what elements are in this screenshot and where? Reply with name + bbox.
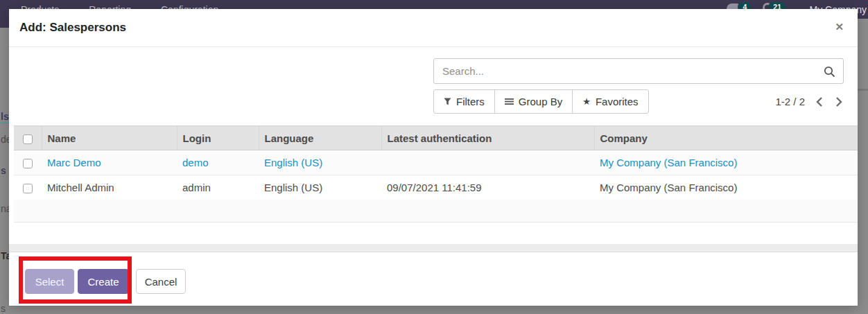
row-checkbox[interactable] [23, 159, 33, 168]
dialog-footer: Select Create Cancel [9, 253, 858, 306]
group-by-label: Group By [519, 96, 562, 107]
backdrop-right-detail [858, 89, 868, 91]
dialog-header: Add: Salespersons ✕ [9, 9, 858, 47]
background-fragment: s [1, 165, 6, 176]
backdrop-bottom [9, 306, 858, 314]
dialog-title: Add: Salespersons [19, 21, 126, 35]
table-row[interactable]: Marc Demo demo English (US) My Company (… [14, 150, 858, 175]
column-header-company[interactable]: Company [594, 126, 858, 150]
pager-range: 1-2 / 2 [775, 96, 805, 107]
close-icon[interactable]: ✕ [832, 19, 847, 35]
background-fragment: na [1, 203, 9, 214]
table-row[interactable]: Mitchell Admin admin English (US) 09/07/… [14, 175, 858, 200]
search-icon[interactable] [824, 66, 835, 80]
favorites-label: Favorites [596, 96, 639, 107]
filter-funnel-icon [444, 96, 451, 107]
cell-company[interactable]: My Company (San Francisco) [594, 150, 858, 175]
list-bottom-band [9, 244, 858, 252]
empty-row-band [14, 200, 858, 223]
pager-next-button[interactable] [834, 96, 844, 108]
background-fragment: de [1, 134, 9, 145]
cell-latest-authentication[interactable] [381, 150, 594, 175]
column-header-name[interactable]: Name [42, 126, 177, 150]
screen: Products Reporting Configuration 4 21 My… [0, 0, 868, 314]
filter-button-group: Filters Group By ★ Favorites [433, 89, 649, 114]
search-box [433, 58, 844, 84]
cell-language[interactable]: English (US) [259, 150, 381, 175]
favorites-button[interactable]: ★ Favorites [572, 89, 648, 114]
backdrop-right [858, 19, 868, 314]
background-text-fragments: lsdesnaTas [0, 0, 9, 314]
search-controls-row: Filters Group By ★ Favorites [433, 89, 844, 114]
search-input[interactable] [434, 59, 843, 83]
column-header-login[interactable]: Login [177, 126, 259, 150]
pager-previous-button[interactable] [815, 96, 824, 108]
cell-name[interactable]: Marc Demo [42, 150, 177, 175]
cell-latest-authentication[interactable]: 09/07/2021 11:41:59 [381, 175, 594, 200]
column-header-language[interactable]: Language [259, 126, 381, 150]
star-icon: ★ [582, 96, 591, 107]
row-checkbox[interactable] [23, 184, 33, 193]
create-button[interactable]: Create [78, 269, 129, 294]
add-salespersons-dialog: Add: Salespersons ✕ Filters [9, 9, 858, 306]
group-by-button[interactable]: Group By [494, 89, 573, 114]
select-all-checkbox[interactable] [23, 134, 33, 144]
background-fragment: s [1, 303, 6, 314]
filters-button[interactable]: Filters [433, 89, 495, 114]
column-header-latest-authentication[interactable]: Latest authentication [381, 126, 594, 150]
cell-name[interactable]: Mitchell Admin [42, 175, 177, 200]
salespersons-table: Name Login Language Latest authenticatio… [14, 125, 858, 200]
background-fragment: Ta [1, 250, 9, 261]
filters-label: Filters [456, 96, 485, 107]
background-fragment: ls [1, 111, 9, 123]
cell-login[interactable]: demo [177, 150, 259, 175]
cell-company[interactable]: My Company (San Francisco) [594, 175, 858, 200]
cancel-button[interactable]: Cancel [136, 269, 186, 294]
cell-login[interactable]: admin [177, 175, 259, 200]
group-by-icon [505, 96, 514, 107]
cell-language[interactable]: English (US) [259, 175, 381, 200]
pager: 1-2 / 2 [775, 89, 844, 114]
select-button[interactable]: Select [25, 269, 74, 294]
table-header-row: Name Login Language Latest authenticatio… [14, 126, 858, 150]
